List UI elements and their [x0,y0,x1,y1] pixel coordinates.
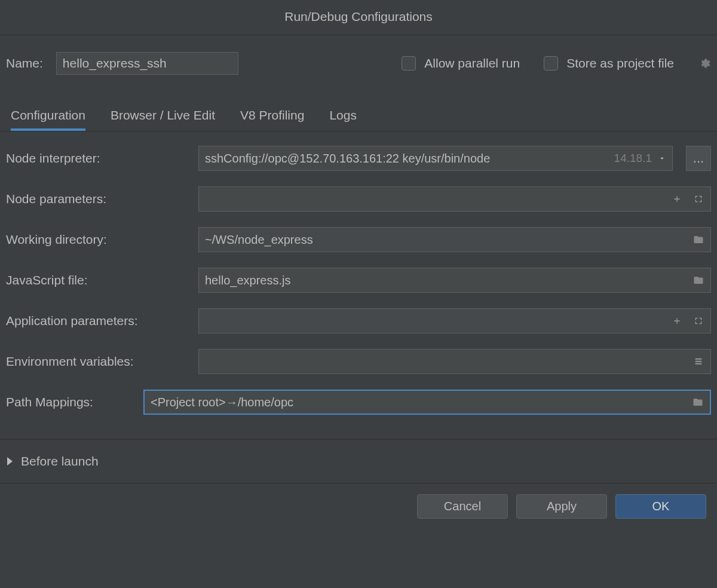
expand-icon[interactable] [693,193,704,205]
gear-icon[interactable] [698,57,711,70]
working-directory-label: Working directory: [6,232,191,247]
name-input[interactable] [56,52,238,75]
list-icon[interactable] [693,356,704,368]
javascript-file-input[interactable] [198,268,711,293]
environment-variables-row: Environment variables: [6,349,711,374]
node-interpreter-label: Node interpreter: [6,151,191,166]
node-parameters-label: Node parameters: [6,192,191,206]
tab-browser-live-edit[interactable]: Browser / Live Edit [111,108,215,131]
environment-variables-input[interactable] [198,349,711,374]
node-interpreter-dropdown[interactable]: sshConfig://opc@152.70.163.161:22 key/us… [198,146,673,171]
environment-variables-label: Environment variables: [6,354,191,369]
configuration-form: Node interpreter: sshConfig://opc@152.70… [0,131,717,415]
triangle-right-icon [7,457,13,466]
apply-button[interactable]: Apply [516,494,607,519]
dialog-title: Run/Debug Configurations [0,0,717,35]
plus-icon[interactable] [671,315,683,327]
folder-icon[interactable] [693,274,704,286]
tabs: Configuration Browser / Live Edit V8 Pro… [0,75,717,131]
tab-v8-profiling[interactable]: V8 Profiling [240,108,304,131]
path-mappings-input[interactable] [143,390,711,415]
checkbox-box-icon [402,56,416,71]
javascript-file-row: JavaScript file: [6,268,711,293]
working-directory-row: Working directory: [6,227,711,252]
node-parameters-input[interactable] [198,186,711,212]
folder-icon[interactable] [693,234,704,246]
node-interpreter-browse-button[interactable]: ... [686,146,711,171]
path-mappings-field[interactable] [151,396,692,409]
ok-button[interactable]: OK [615,494,706,519]
tab-configuration[interactable]: Configuration [11,108,85,131]
allow-parallel-label: Allow parallel run [424,56,520,71]
application-parameters-input[interactable] [198,308,711,333]
before-launch-section[interactable]: Before launch [0,440,717,483]
application-parameters-label: Application parameters: [6,314,191,328]
working-directory-field[interactable] [205,233,693,247]
node-version: 14.18.1 [614,152,652,165]
allow-parallel-run-checkbox[interactable]: Allow parallel run [402,56,520,71]
top-row: Name: Allow parallel run Store as projec… [0,35,717,75]
working-directory-input[interactable] [198,227,711,252]
environment-variables-field[interactable] [205,355,693,369]
application-parameters-field[interactable] [205,314,671,328]
chevron-down-icon [658,152,666,166]
checkbox-box-icon [544,56,558,71]
expand-icon[interactable] [693,315,704,327]
tab-logs[interactable]: Logs [329,108,357,131]
name-label: Name: [6,56,43,71]
node-parameters-row: Node parameters: [6,186,711,212]
node-interpreter-row: Node interpreter: sshConfig://opc@152.70… [6,146,711,171]
cancel-button[interactable]: Cancel [417,494,508,519]
folder-icon[interactable] [692,396,704,408]
path-mappings-label: Path Mappings: [6,395,136,409]
javascript-file-field[interactable] [205,274,693,287]
before-launch-label: Before launch [21,454,99,468]
plus-icon[interactable] [671,193,683,205]
store-as-project-file-checkbox[interactable]: Store as project file [544,56,674,71]
node-parameters-field[interactable] [205,192,671,206]
javascript-file-label: JavaScript file: [6,273,191,287]
store-as-file-label: Store as project file [566,56,674,71]
bottom-button-bar: Cancel Apply OK [0,483,717,529]
application-parameters-row: Application parameters: [6,308,711,333]
path-mappings-row: Path Mappings: [6,390,711,415]
node-interpreter-value: sshConfig://opc@152.70.163.161:22 key/us… [205,152,609,166]
